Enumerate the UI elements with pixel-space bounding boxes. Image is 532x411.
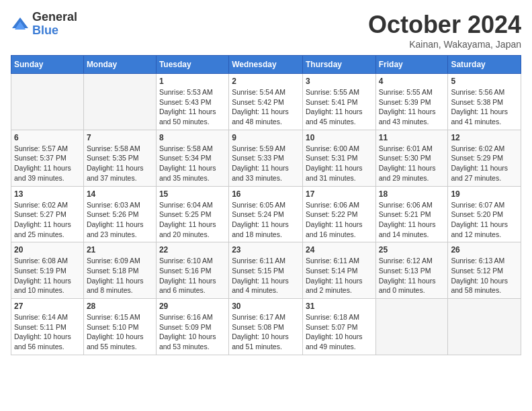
calendar-cell: 28Sunrise: 6:15 AM Sunset: 5:10 PM Dayli… xyxy=(83,299,156,355)
calendar-cell: 15Sunrise: 6:04 AM Sunset: 5:25 PM Dayli… xyxy=(156,186,228,242)
day-number: 1 xyxy=(159,77,226,86)
calendar-body: 1Sunrise: 5:53 AM Sunset: 5:43 PM Daylig… xyxy=(11,74,521,355)
calendar-cell: 26Sunrise: 6:13 AM Sunset: 5:12 PM Dayli… xyxy=(448,242,521,299)
logo: General Blue xyxy=(11,11,77,38)
day-number: 28 xyxy=(87,302,153,311)
calendar-cell xyxy=(448,299,521,355)
weekday-header: Friday xyxy=(375,56,448,74)
day-info: Sunrise: 5:55 AM Sunset: 5:39 PM Dayligh… xyxy=(379,87,445,127)
calendar-cell: 14Sunrise: 6:03 AM Sunset: 5:26 PM Dayli… xyxy=(83,186,156,242)
calendar-cell: 11Sunrise: 6:01 AM Sunset: 5:30 PM Dayli… xyxy=(375,130,448,186)
weekday-header: Tuesday xyxy=(156,56,228,74)
day-number: 23 xyxy=(232,245,300,255)
calendar-cell: 20Sunrise: 6:08 AM Sunset: 5:19 PM Dayli… xyxy=(11,242,84,299)
day-number: 6 xyxy=(14,133,81,142)
day-info: Sunrise: 6:10 AM Sunset: 5:16 PM Dayligh… xyxy=(159,256,226,295)
calendar-cell: 23Sunrise: 6:11 AM Sunset: 5:15 PM Dayli… xyxy=(229,242,303,299)
day-number: 31 xyxy=(306,302,373,311)
day-info: Sunrise: 5:55 AM Sunset: 5:41 PM Dayligh… xyxy=(306,87,373,127)
day-number: 5 xyxy=(451,77,518,86)
day-info: Sunrise: 6:03 AM Sunset: 5:26 PM Dayligh… xyxy=(87,200,153,240)
day-number: 14 xyxy=(87,189,153,199)
day-number: 8 xyxy=(159,133,226,142)
calendar-cell xyxy=(375,299,448,355)
calendar-header: SundayMondayTuesdayWednesdayThursdayFrid… xyxy=(11,56,521,74)
day-number: 22 xyxy=(159,245,226,255)
calendar-cell: 31Sunrise: 6:18 AM Sunset: 5:07 PM Dayli… xyxy=(302,299,375,355)
calendar-cell: 7Sunrise: 5:58 AM Sunset: 5:35 PM Daylig… xyxy=(83,130,156,186)
day-info: Sunrise: 6:11 AM Sunset: 5:15 PM Dayligh… xyxy=(232,256,300,295)
calendar-cell: 13Sunrise: 6:02 AM Sunset: 5:27 PM Dayli… xyxy=(11,186,84,242)
day-info: Sunrise: 5:54 AM Sunset: 5:42 PM Dayligh… xyxy=(232,87,300,127)
day-number: 18 xyxy=(379,189,445,199)
weekday-header: Wednesday xyxy=(229,56,303,74)
calendar-cell: 24Sunrise: 6:11 AM Sunset: 5:14 PM Dayli… xyxy=(302,242,375,299)
day-number: 15 xyxy=(159,189,226,199)
calendar-cell: 5Sunrise: 5:56 AM Sunset: 5:38 PM Daylig… xyxy=(448,74,521,130)
day-info: Sunrise: 5:57 AM Sunset: 5:37 PM Dayligh… xyxy=(14,144,81,183)
day-info: Sunrise: 6:13 AM Sunset: 5:12 PM Dayligh… xyxy=(451,256,518,295)
calendar-cell: 8Sunrise: 5:58 AM Sunset: 5:34 PM Daylig… xyxy=(156,130,228,186)
day-number: 17 xyxy=(306,189,373,199)
logo-general-text: General xyxy=(32,11,77,24)
day-info: Sunrise: 6:08 AM Sunset: 5:19 PM Dayligh… xyxy=(14,256,81,295)
calendar-cell: 19Sunrise: 6:07 AM Sunset: 5:20 PM Dayli… xyxy=(448,186,521,242)
day-info: Sunrise: 5:56 AM Sunset: 5:38 PM Dayligh… xyxy=(451,87,518,127)
calendar-cell: 29Sunrise: 6:16 AM Sunset: 5:09 PM Dayli… xyxy=(156,299,228,355)
day-number: 16 xyxy=(232,189,300,199)
weekday-header: Saturday xyxy=(448,56,521,74)
day-number: 2 xyxy=(232,77,300,86)
calendar-cell: 27Sunrise: 6:14 AM Sunset: 5:11 PM Dayli… xyxy=(11,299,84,355)
calendar-cell: 4Sunrise: 5:55 AM Sunset: 5:39 PM Daylig… xyxy=(375,74,448,130)
calendar-week-row: 20Sunrise: 6:08 AM Sunset: 5:19 PM Dayli… xyxy=(11,242,521,299)
calendar-cell xyxy=(83,74,156,130)
calendar-cell: 9Sunrise: 5:59 AM Sunset: 5:33 PM Daylig… xyxy=(229,130,303,186)
day-info: Sunrise: 6:15 AM Sunset: 5:10 PM Dayligh… xyxy=(87,312,153,352)
day-number: 9 xyxy=(232,133,300,142)
calendar-cell: 2Sunrise: 5:54 AM Sunset: 5:42 PM Daylig… xyxy=(229,74,303,130)
day-number: 12 xyxy=(451,133,518,142)
day-info: Sunrise: 6:00 AM Sunset: 5:31 PM Dayligh… xyxy=(306,144,373,183)
calendar-cell: 18Sunrise: 6:06 AM Sunset: 5:21 PM Dayli… xyxy=(375,186,448,242)
day-number: 24 xyxy=(306,245,373,255)
weekday-header: Monday xyxy=(83,56,156,74)
calendar-week-row: 13Sunrise: 6:02 AM Sunset: 5:27 PM Dayli… xyxy=(11,186,521,242)
calendar-week-row: 27Sunrise: 6:14 AM Sunset: 5:11 PM Dayli… xyxy=(11,299,521,355)
calendar-cell: 6Sunrise: 5:57 AM Sunset: 5:37 PM Daylig… xyxy=(11,130,84,186)
day-info: Sunrise: 5:58 AM Sunset: 5:34 PM Dayligh… xyxy=(159,144,226,183)
day-info: Sunrise: 5:53 AM Sunset: 5:43 PM Dayligh… xyxy=(159,87,226,127)
day-info: Sunrise: 6:01 AM Sunset: 5:30 PM Dayligh… xyxy=(379,144,445,183)
day-number: 30 xyxy=(232,302,300,311)
page-header: General Blue October 2024 Kainan, Wakaya… xyxy=(11,11,521,50)
calendar-cell: 1Sunrise: 5:53 AM Sunset: 5:43 PM Daylig… xyxy=(156,74,228,130)
title-block: October 2024 Kainan, Wakayama, Japan xyxy=(368,11,521,50)
day-info: Sunrise: 6:09 AM Sunset: 5:18 PM Dayligh… xyxy=(87,256,153,295)
calendar-cell: 12Sunrise: 6:02 AM Sunset: 5:29 PM Dayli… xyxy=(448,130,521,186)
day-number: 4 xyxy=(379,77,445,86)
day-info: Sunrise: 6:05 AM Sunset: 5:24 PM Dayligh… xyxy=(232,200,300,240)
day-info: Sunrise: 6:02 AM Sunset: 5:27 PM Dayligh… xyxy=(14,200,81,240)
day-number: 29 xyxy=(159,302,226,311)
calendar-cell: 30Sunrise: 6:17 AM Sunset: 5:08 PM Dayli… xyxy=(229,299,303,355)
day-info: Sunrise: 6:04 AM Sunset: 5:25 PM Dayligh… xyxy=(159,200,226,240)
day-info: Sunrise: 6:14 AM Sunset: 5:11 PM Dayligh… xyxy=(14,312,81,352)
header-row: SundayMondayTuesdayWednesdayThursdayFrid… xyxy=(11,56,521,74)
calendar-cell: 17Sunrise: 6:06 AM Sunset: 5:22 PM Dayli… xyxy=(302,186,375,242)
calendar-cell: 3Sunrise: 5:55 AM Sunset: 5:41 PM Daylig… xyxy=(302,74,375,130)
day-number: 7 xyxy=(87,133,153,142)
day-info: Sunrise: 6:16 AM Sunset: 5:09 PM Dayligh… xyxy=(159,312,226,352)
calendar-cell: 21Sunrise: 6:09 AM Sunset: 5:18 PM Dayli… xyxy=(83,242,156,299)
calendar-cell: 16Sunrise: 6:05 AM Sunset: 5:24 PM Dayli… xyxy=(229,186,303,242)
day-info: Sunrise: 6:12 AM Sunset: 5:13 PM Dayligh… xyxy=(379,256,445,295)
day-number: 26 xyxy=(451,245,518,255)
day-number: 27 xyxy=(14,302,81,311)
calendar-cell: 25Sunrise: 6:12 AM Sunset: 5:13 PM Dayli… xyxy=(375,242,448,299)
month-title: October 2024 xyxy=(368,11,521,39)
location: Kainan, Wakayama, Japan xyxy=(368,39,521,50)
day-info: Sunrise: 5:59 AM Sunset: 5:33 PM Dayligh… xyxy=(232,144,300,183)
weekday-header: Thursday xyxy=(302,56,375,74)
day-number: 3 xyxy=(306,77,373,86)
day-number: 11 xyxy=(379,133,445,142)
calendar-week-row: 1Sunrise: 5:53 AM Sunset: 5:43 PM Daylig… xyxy=(11,74,521,130)
day-info: Sunrise: 6:06 AM Sunset: 5:21 PM Dayligh… xyxy=(379,200,445,240)
